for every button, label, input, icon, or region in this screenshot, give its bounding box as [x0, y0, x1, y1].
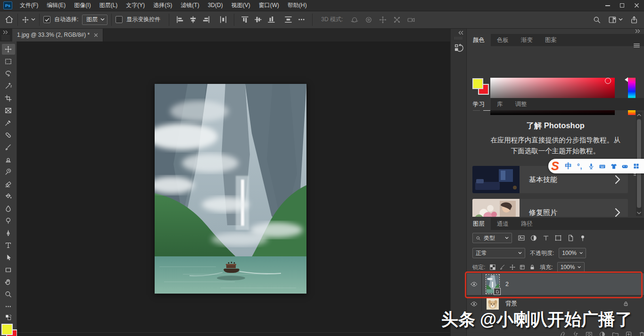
show-transform-checkbox[interactable] [116, 16, 123, 23]
panel-menu-icon[interactable] [633, 42, 640, 49]
expand-tools-icon[interactable] [2, 30, 8, 35]
brush-tool[interactable] [2, 142, 15, 153]
3d-slide-icon[interactable] [393, 16, 401, 24]
layer-filter-dropdown[interactable]: 类型 [472, 233, 512, 243]
marquee-tool[interactable] [2, 56, 15, 67]
scroll-down-icon[interactable] [637, 211, 641, 215]
filter-smart-object-icon[interactable] [567, 234, 574, 242]
default-colors-control[interactable] [2, 313, 15, 322]
3d-orbit-icon[interactable] [350, 16, 359, 24]
3d-roll-icon[interactable] [364, 16, 373, 24]
scroll-up-icon[interactable] [637, 113, 641, 117]
document-image[interactable] [155, 84, 306, 294]
align-right-icon[interactable] [202, 16, 210, 24]
tab-swatches[interactable]: 色板 [491, 34, 515, 46]
tab-patterns[interactable]: 图案 [539, 34, 563, 46]
ime-language-toggle[interactable]: 中 [563, 162, 574, 171]
clone-stamp-tool[interactable] [2, 154, 15, 165]
ime-keyboard-button[interactable] [597, 163, 608, 170]
history-brush-tool[interactable] [2, 166, 15, 177]
layer-lock-icon[interactable] [623, 301, 629, 307]
lasso-tool[interactable] [2, 68, 15, 79]
lock-position-icon[interactable] [509, 264, 516, 270]
pen-tool[interactable] [2, 228, 15, 238]
more-options-icon[interactable] [297, 16, 305, 24]
3d-pan-icon[interactable] [379, 16, 387, 24]
menu-view[interactable]: 视图(V) [227, 0, 255, 11]
menu-select[interactable]: 选择(S) [149, 0, 176, 11]
zoom-tool[interactable] [2, 289, 15, 300]
history-panel-icon[interactable] [454, 42, 464, 54]
blend-mode-dropdown[interactable]: 正常 [472, 248, 525, 258]
eyedropper-tool[interactable] [2, 117, 15, 128]
layer-effects-icon[interactable] [572, 331, 579, 336]
filter-adjustment-icon[interactable] [530, 234, 537, 242]
tab-learn[interactable]: 学习 [467, 98, 491, 110]
collapse-panels-icon[interactable] [458, 30, 464, 35]
auto-select-checkbox[interactable] [43, 16, 50, 23]
healing-brush-tool[interactable] [2, 130, 15, 140]
menu-image[interactable]: 图像(I) [70, 0, 95, 11]
dodge-tool[interactable] [2, 215, 15, 226]
move-tool-preset[interactable] [22, 16, 35, 24]
tab-gradients[interactable]: 渐变 [515, 34, 539, 46]
tab-layers[interactable]: 图层 [467, 218, 491, 230]
lock-all-icon[interactable] [529, 264, 536, 270]
canvas-area[interactable] [17, 41, 450, 336]
tab-close-icon[interactable] [94, 33, 98, 37]
filter-shape-icon[interactable] [554, 234, 562, 242]
align-center-h-icon[interactable] [189, 16, 197, 24]
move-tool[interactable] [2, 44, 15, 55]
rectangle-tool[interactable] [2, 264, 15, 275]
hand-tool[interactable] [2, 277, 15, 287]
fill-dropdown[interactable]: 100% [557, 262, 585, 272]
new-layer-icon[interactable] [625, 331, 632, 336]
menu-edit[interactable]: 编辑(E) [42, 0, 70, 11]
document-tab[interactable]: 1.jpg @ 33.3% (2, RGB/8#) * [12, 28, 103, 41]
ime-punctuation-toggle[interactable]: °, [574, 163, 586, 170]
blur-tool[interactable] [2, 203, 15, 214]
menu-help[interactable]: 帮助(H) [283, 0, 311, 11]
filter-type-icon[interactable] [542, 234, 550, 242]
new-group-icon[interactable] [612, 331, 619, 336]
minimize-button[interactable] [600, 0, 615, 11]
menu-type[interactable]: 文字(Y) [122, 0, 149, 11]
frame-tool[interactable] [2, 105, 15, 116]
lock-transparency-icon[interactable] [489, 264, 496, 270]
crop-tool[interactable] [2, 93, 15, 104]
quick-selection-tool[interactable] [2, 81, 15, 91]
workspace-switcher[interactable] [608, 16, 623, 24]
opacity-dropdown[interactable]: 100% [559, 248, 586, 258]
layer-name[interactable]: 背景 [505, 300, 517, 308]
menu-file[interactable]: 文件(F) [16, 0, 42, 11]
close-button[interactable] [629, 0, 644, 11]
ime-toolbox-button[interactable] [631, 163, 642, 170]
color-field-cursor[interactable] [605, 78, 611, 84]
eraser-tool[interactable] [2, 179, 15, 189]
ime-game-button[interactable] [619, 163, 631, 170]
menu-window[interactable]: 窗口(W) [255, 0, 283, 11]
tab-paths[interactable]: 路径 [515, 218, 539, 230]
tutorial-card-retouch[interactable]: 修复照片 [472, 199, 628, 217]
distribute-v-icon[interactable] [284, 16, 292, 24]
search-icon[interactable] [593, 16, 601, 24]
menu-layer[interactable]: 图层(L) [95, 0, 122, 11]
path-select-tool[interactable] [2, 252, 15, 263]
tab-channels[interactable]: 通道 [491, 218, 515, 230]
tab-libraries[interactable]: 库 [491, 98, 509, 110]
type-tool[interactable] [2, 240, 15, 251]
distribute-h-icon[interactable] [219, 16, 227, 24]
tab-adjustments[interactable]: 调整 [509, 98, 533, 110]
ime-voice-button[interactable] [586, 163, 597, 170]
sogou-logo[interactable]: S [551, 160, 559, 172]
filter-pixel-layers-icon[interactable] [518, 234, 525, 242]
menu-filter[interactable]: 滤镜(T) [176, 0, 203, 11]
ime-skin-button[interactable] [608, 163, 619, 170]
toolbar-more[interactable] [2, 301, 15, 312]
align-bottom-icon[interactable] [267, 16, 275, 24]
adjustment-layer-icon[interactable] [599, 331, 606, 336]
3d-camera-icon[interactable] [407, 16, 415, 24]
delete-layer-icon[interactable] [638, 331, 644, 336]
menu-3d[interactable]: 3D(D) [204, 0, 227, 11]
align-middle-icon[interactable] [254, 16, 262, 24]
